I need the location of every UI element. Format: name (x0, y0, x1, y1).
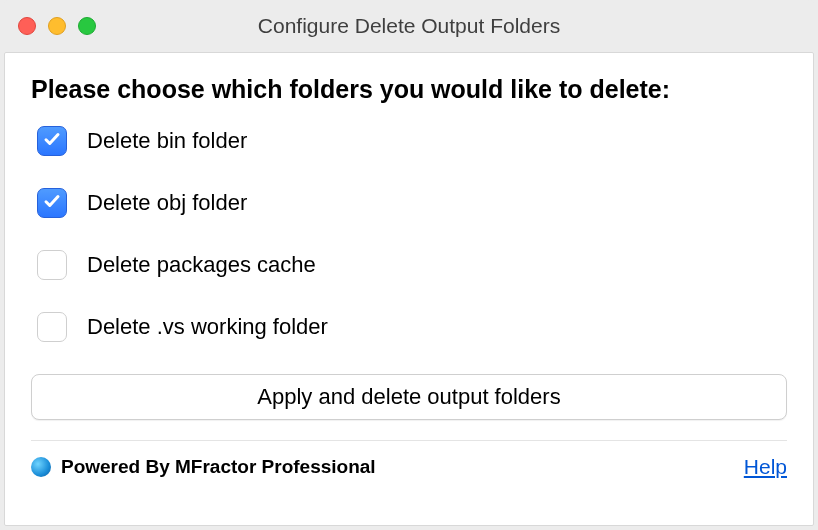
option-delete-obj[interactable]: Delete obj folder (37, 188, 787, 218)
folder-options-list: Delete bin folder Delete obj folder Dele… (31, 126, 787, 342)
titlebar: Configure Delete Output Folders (0, 0, 818, 52)
option-label: Delete obj folder (87, 190, 247, 216)
apply-button[interactable]: Apply and delete output folders (31, 374, 787, 420)
dialog-heading: Please choose which folders you would li… (31, 75, 787, 104)
checkbox-delete-obj[interactable] (37, 188, 67, 218)
maximize-window-button[interactable] (78, 17, 96, 35)
powered-by-text: Powered By MFractor Professional (61, 456, 376, 478)
checkbox-delete-packages-cache[interactable] (37, 250, 67, 280)
mfractor-icon (31, 457, 51, 477)
dialog-window: Configure Delete Output Folders Please c… (0, 0, 818, 530)
traffic-lights (18, 17, 96, 35)
check-icon (43, 130, 61, 153)
checkbox-delete-vs-working[interactable] (37, 312, 67, 342)
option-delete-bin[interactable]: Delete bin folder (37, 126, 787, 156)
option-delete-vs-working[interactable]: Delete .vs working folder (37, 312, 787, 342)
dialog-footer: Powered By MFractor Professional Help (31, 440, 787, 479)
powered-by: Powered By MFractor Professional (31, 456, 376, 478)
option-label: Delete bin folder (87, 128, 247, 154)
option-delete-packages-cache[interactable]: Delete packages cache (37, 250, 787, 280)
close-window-button[interactable] (18, 17, 36, 35)
window-title: Configure Delete Output Folders (18, 14, 800, 38)
dialog-content: Please choose which folders you would li… (4, 52, 814, 526)
check-icon (43, 192, 61, 215)
checkbox-delete-bin[interactable] (37, 126, 67, 156)
help-link[interactable]: Help (744, 455, 787, 479)
option-label: Delete .vs working folder (87, 314, 328, 340)
minimize-window-button[interactable] (48, 17, 66, 35)
option-label: Delete packages cache (87, 252, 316, 278)
